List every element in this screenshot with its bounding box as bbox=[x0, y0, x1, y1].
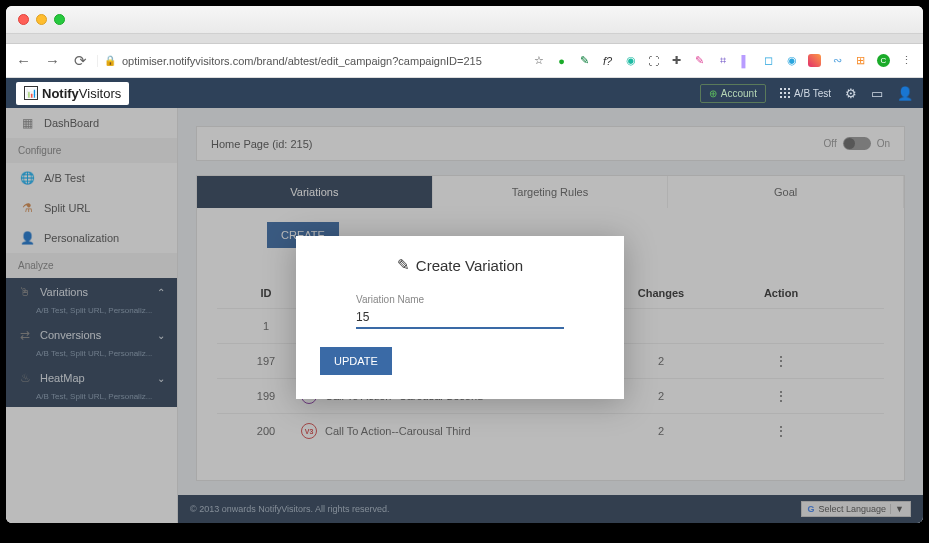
reload-icon[interactable]: ⟳ bbox=[74, 52, 87, 70]
ext-icon[interactable]: ∾ bbox=[831, 54, 844, 67]
logo-text-bold: Notify bbox=[42, 86, 79, 101]
ext-icon[interactable]: C bbox=[877, 54, 890, 67]
star-icon[interactable]: ☆ bbox=[532, 54, 545, 67]
account-label: Account bbox=[721, 88, 757, 99]
ext-icon[interactable]: ⛶ bbox=[647, 54, 660, 67]
logo-icon: 📊 bbox=[24, 86, 38, 100]
lock-icon: 🔒 bbox=[104, 55, 116, 66]
modal-title: ✎ Create Variation bbox=[320, 256, 600, 274]
forward-icon[interactable]: → bbox=[45, 52, 60, 70]
app-topbar: 📊 NotifyVisitors ⊕ Account A/B Test ⚙ ▭ … bbox=[6, 78, 923, 108]
modal-title-text: Create Variation bbox=[416, 257, 523, 274]
variation-name-input[interactable] bbox=[356, 307, 564, 329]
ext-icon[interactable]: f? bbox=[601, 54, 614, 67]
ext-icon[interactable]: ⌗ bbox=[716, 54, 729, 67]
browser-addressbar: ← → ⟳ 🔒 optimiser.notifyvisitors.com/bra… bbox=[6, 44, 923, 78]
url-text: optimiser.notifyvisitors.com/brand/abtes… bbox=[122, 55, 482, 67]
ext-icon[interactable]: ▌ bbox=[739, 54, 752, 67]
ext-icon[interactable] bbox=[808, 54, 821, 67]
ext-icon[interactable]: ◉ bbox=[785, 54, 798, 67]
plus-circle-icon: ⊕ bbox=[709, 88, 717, 99]
ext-icon[interactable]: ✚ bbox=[670, 54, 683, 67]
extension-icons: ☆ ● ✎ f? ◉ ⛶ ✚ ✎ ⌗ ▌ ◻ ◉ ∾ ⊞ C ⋮ bbox=[532, 54, 913, 67]
body-area: ▦ DashBoard Configure 🌐 A/B Test ⚗ Split… bbox=[6, 108, 923, 523]
ext-icon[interactable]: ✎ bbox=[578, 54, 591, 67]
gear-icon[interactable]: ⚙ bbox=[845, 86, 857, 101]
menu-icon[interactable]: ⋮ bbox=[900, 54, 913, 67]
ext-icon[interactable]: ◻ bbox=[762, 54, 775, 67]
url-field[interactable]: 🔒 optimiser.notifyvisitors.com/brand/abt… bbox=[97, 55, 482, 67]
variation-name-label: Variation Name bbox=[320, 294, 600, 305]
account-button[interactable]: ⊕ Account bbox=[700, 84, 766, 103]
window-titlebar bbox=[6, 6, 923, 34]
browser-tabbar bbox=[6, 34, 923, 44]
minimize-window-icon[interactable] bbox=[36, 14, 47, 25]
ext-icon[interactable]: ⊞ bbox=[854, 54, 867, 67]
close-window-icon[interactable] bbox=[18, 14, 29, 25]
card-icon[interactable]: ▭ bbox=[871, 86, 883, 101]
browser-window: ← → ⟳ 🔒 optimiser.notifyvisitors.com/bra… bbox=[6, 6, 923, 523]
ext-icon[interactable]: ● bbox=[555, 54, 568, 67]
abtest-label: A/B Test bbox=[794, 88, 831, 99]
logo-text-light: Visitors bbox=[79, 86, 121, 101]
update-button[interactable]: UPDATE bbox=[320, 347, 392, 375]
ext-icon[interactable]: ◉ bbox=[624, 54, 637, 67]
logo[interactable]: 📊 NotifyVisitors bbox=[16, 82, 129, 105]
abtest-nav[interactable]: A/B Test bbox=[780, 88, 831, 99]
ext-icon[interactable]: ✎ bbox=[693, 54, 706, 67]
grid-icon bbox=[780, 88, 790, 98]
create-variation-modal: ✎ Create Variation Variation Name UPDATE bbox=[296, 236, 624, 399]
maximize-window-icon[interactable] bbox=[54, 14, 65, 25]
back-icon[interactable]: ← bbox=[16, 52, 31, 70]
edit-icon: ✎ bbox=[397, 256, 410, 274]
app-root: 📊 NotifyVisitors ⊕ Account A/B Test ⚙ ▭ … bbox=[6, 78, 923, 523]
person-icon[interactable]: 👤 bbox=[897, 86, 913, 101]
